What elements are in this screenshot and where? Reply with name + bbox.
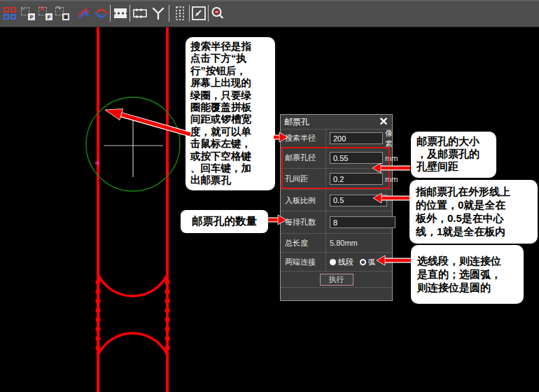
callout-hole-count-label: 邮票孔的数量 [181, 210, 268, 233]
toolbar-separator [189, 5, 190, 22]
zoom-search-icon[interactable] [209, 4, 226, 22]
holes-per-row-label: 每排孔数 [281, 217, 326, 227]
stamp-holes-group [95, 279, 169, 350]
frame-arrow-icon[interactable] [190, 4, 207, 22]
holes-per-row-input[interactable] [330, 216, 396, 228]
hole-diameter-unit: mm [385, 154, 398, 162]
slot-arc-bottom [98, 333, 167, 355]
stamp-hole-dot [164, 327, 169, 332]
callout-ratio-note: 指邮票孔在外形线上 的位置，0就是全在 板外，0.5是在中心 线，1就是全在板内 [410, 180, 538, 244]
stamp-hole-dot [95, 327, 100, 332]
stamp-hole-dot [164, 298, 169, 303]
dashed-panel-icon[interactable] [172, 4, 188, 22]
vcut-icon[interactable] [150, 4, 167, 22]
total-length-label: 总长度 [281, 238, 326, 248]
stamp-hole-dot [95, 308, 100, 313]
search-radius-unit: 像素 [385, 128, 393, 149]
rotate-board-icon[interactable] [93, 4, 110, 22]
flip-arrows-icon[interactable] [76, 4, 92, 22]
stamp-hole-dot [164, 308, 169, 313]
stamp-hole-dialog: 邮票孔 ✕ 搜索半径 像素 邮票孔径 mm 孔间距 mm 入板比例 [280, 114, 393, 301]
delete-board-icon[interactable]: ✕P [37, 4, 54, 22]
stamp-hole-dot [95, 289, 100, 294]
row-hole-spacing: 孔间距 mm [281, 168, 392, 189]
stamp-hole-dot [95, 298, 100, 303]
stamp-hole-filled-icon[interactable] [112, 4, 129, 22]
panelize-grid-icon[interactable] [1, 4, 18, 22]
hole-diameter-label: 邮票孔径 [281, 153, 326, 163]
row-total-length: 总长度 5.80mm [281, 233, 392, 252]
end-connection-label: 两端连接 [281, 257, 326, 267]
stamp-hole-dot [95, 317, 100, 322]
stamp-hole-dot [95, 336, 100, 341]
execute-button[interactable]: 执行 [320, 274, 354, 286]
row-search-radius: 搜索半径 像素 [281, 129, 392, 147]
stamp-hole-dot [164, 345, 169, 350]
toolbar-separator [110, 5, 111, 22]
stamp-hole-dot [95, 345, 100, 350]
dialog-title: 邮票孔 [284, 116, 309, 128]
row-execute: 执行 [281, 271, 392, 287]
hole-spacing-input[interactable] [330, 173, 383, 185]
hole-spacing-unit: mm [385, 175, 398, 183]
stamp-hole-dot [164, 289, 169, 294]
row-board-ratio: 入板比例 [281, 189, 392, 211]
row-holes-per-row: 每排孔数 [281, 211, 392, 233]
radio-arc[interactable] [360, 259, 366, 265]
stamp-hole-dot [164, 317, 169, 322]
toolbar-separator [130, 5, 130, 22]
stamp-hole-dot [164, 279, 169, 284]
search-radius-label: 搜索半径 [281, 133, 326, 144]
panelize-grid-glyph [4, 7, 16, 20]
search-radius-input[interactable] [330, 132, 383, 144]
close-icon[interactable]: ✕ [377, 115, 390, 128]
top-toolbar: ⌐·P ✕P ↷▣ [0, 0, 539, 27]
callout-search-radius-note: 搜索半径是指 点击下方“执 行”按钮后， 屏幕上出现的 绿圈，只要绿 圈能覆盖拼… [186, 37, 275, 190]
radio-line-segment-label[interactable]: 线段 [338, 257, 354, 267]
toolbar-separator [208, 5, 209, 22]
duplicate-board-icon[interactable]: ↷▣ [54, 4, 71, 22]
total-length-value: 5.80mm [330, 239, 358, 247]
board-ratio-input[interactable] [330, 195, 387, 206]
pcb-cad-app: ⌐·P ✕P ↷▣ [0, 0, 539, 392]
hole-diameter-input[interactable] [330, 152, 383, 164]
board-ratio-label: 入板比例 [281, 195, 326, 206]
callout-hole-size-note: 邮票孔的大小 ，及邮票孔的 孔壁间距 [411, 132, 496, 178]
stamp-hole-dot [95, 279, 100, 284]
row-end-connection: 两端连接 线段 弧 [281, 252, 392, 271]
toolbar-separator [169, 5, 169, 22]
hole-spacing-label: 孔间距 [281, 174, 326, 184]
stamp-hole-dot [164, 336, 169, 341]
row-hole-diameter: 邮票孔径 mm [281, 147, 392, 168]
dialog-title-bar[interactable]: 邮票孔 ✕ [281, 115, 392, 129]
stamp-hole-outline-icon[interactable] [132, 4, 148, 22]
callout-connection-note: 选线段，则连接位 是直的；选圆弧， 则连接位是圆的 [411, 245, 524, 304]
radio-line-segment[interactable] [330, 259, 336, 265]
copy-board-icon[interactable]: ⌐·P [20, 4, 36, 22]
radio-arc-label[interactable]: 弧 [368, 257, 376, 267]
slot-arc-top [98, 274, 167, 296]
row-empty [281, 287, 392, 301]
